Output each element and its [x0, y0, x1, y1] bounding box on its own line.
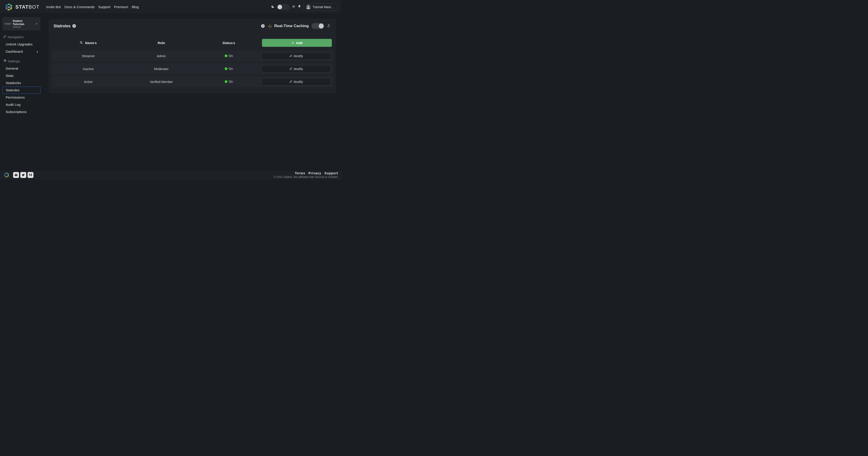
bell-icon[interactable] — [298, 5, 301, 9]
col-name[interactable]: Name⇅ — [52, 37, 125, 49]
chevron-down-icon: ▼ — [35, 23, 38, 25]
nav-docs-commands[interactable]: Docs & Commands — [64, 5, 95, 9]
sort-icon: ⇅ — [233, 42, 235, 44]
user-slash-icon[interactable] — [327, 24, 331, 29]
edit-icon — [289, 67, 292, 71]
email-icon[interactable] — [13, 172, 19, 178]
info-icon[interactable]: i — [261, 24, 265, 28]
svg-marker-2 — [7, 3, 10, 5]
user-menu[interactable]: Tutorial Master#… — [303, 3, 337, 11]
svg-marker-31 — [5, 173, 7, 174]
sidebar-item-unlock-upgrades[interactable]: Unlock Upgrades — [2, 41, 40, 48]
server-selector[interactable]: STATBOT Statbot Tutorials Settings ▼ — [2, 17, 40, 31]
cell-name: Active — [52, 76, 125, 87]
nav-support[interactable]: Support — [98, 5, 111, 9]
brand-logo[interactable]: SB STATBOT — [4, 3, 39, 11]
status-dot-icon — [225, 55, 227, 57]
cell-status: On — [198, 63, 259, 74]
link-icon — [3, 35, 6, 39]
edit-icon — [289, 54, 292, 58]
sidebar-item-general[interactable]: General — [2, 65, 40, 72]
sidebar: STATBOT Statbot Tutorials Settings ▼ Nav… — [0, 14, 43, 170]
search-icon — [80, 41, 84, 45]
moon-icon — [271, 5, 275, 9]
main-content: Statroles i i Real-Time Caching — [43, 14, 342, 170]
table-row: ActiveVerified MemberOnModify — [52, 76, 333, 87]
modify-button[interactable]: Modify — [261, 78, 331, 86]
footer-link-privacy[interactable]: Privacy — [309, 171, 321, 175]
modify-button[interactable]: Modify — [261, 53, 331, 60]
medium-icon[interactable]: M — [28, 172, 33, 178]
svg-marker-5 — [7, 8, 10, 10]
svg-point-19 — [307, 5, 309, 7]
status-dot-icon — [225, 67, 227, 70]
sidebar-section-settings: Settings — [3, 59, 39, 63]
add-button[interactable]: ＋ Add — [262, 39, 332, 47]
theme-toggle[interactable] — [277, 4, 289, 10]
cell-name: Inactive — [52, 63, 125, 74]
table-row: StreamerAdminOnModify — [52, 51, 333, 61]
svg-marker-34 — [5, 176, 7, 177]
svg-line-16 — [292, 7, 293, 7]
svg-line-28 — [82, 43, 82, 43]
statroles-table: Name⇅ Role Status⇅ ＋ Add — [52, 35, 333, 89]
col-actions: ＋ Add — [260, 37, 333, 49]
sidebar-item-statroles[interactable]: Statroles — [2, 87, 40, 94]
col-role: Role — [125, 37, 198, 49]
cell-name: Streamer — [52, 51, 125, 61]
crosshair-icon — [268, 24, 272, 28]
sun-icon — [292, 5, 296, 9]
server-subtitle: Settings — [13, 26, 34, 28]
rtc-toggle[interactable] — [311, 23, 324, 29]
edit-icon — [289, 80, 292, 84]
svg-line-15 — [294, 7, 294, 7]
footer-link-terms[interactable]: Terms — [295, 171, 305, 175]
sidebar-item-statdocks[interactable]: Statdocks — [2, 79, 40, 87]
top-nav: Invite Bot Docs & Commands Support Premi… — [46, 5, 138, 9]
plus-icon: ＋ — [291, 41, 294, 45]
svg-marker-30 — [5, 173, 8, 176]
rtc-label: Real-Time Caching — [274, 24, 309, 28]
panel-title: Statroles — [54, 24, 70, 29]
copyright: © 2021 Statbot. Not affiliated with Disc… — [274, 176, 338, 179]
svg-point-9 — [293, 6, 294, 7]
sort-icon: ⇅ — [95, 42, 97, 44]
sidebar-item-permissions[interactable]: Permissions — [2, 94, 40, 101]
col-status[interactable]: Status⇅ — [198, 37, 259, 49]
cell-role: Admin — [125, 51, 198, 61]
cell-status: On — [198, 76, 259, 87]
svg-line-17 — [294, 5, 294, 6]
cell-role: Moderator — [125, 63, 198, 74]
brand-name-strong: STAT — [16, 4, 29, 10]
twitter-icon[interactable] — [20, 172, 26, 178]
server-name: Statbot Tutorials — [13, 20, 34, 26]
info-icon[interactable]: i — [72, 24, 76, 28]
footer: M Terms Privacy Support © 2021 Statbot. … — [0, 170, 342, 180]
gear-icon — [3, 59, 6, 63]
user-name: Tutorial Master#… — [313, 5, 335, 9]
nav-invite-bot[interactable]: Invite Bot — [46, 5, 61, 9]
cell-status: On — [198, 51, 259, 61]
modify-button[interactable]: Modify — [261, 65, 331, 72]
svg-line-14 — [292, 5, 293, 6]
cell-role: Verified Member — [125, 76, 198, 87]
sidebar-section-navigation: Navigation — [3, 35, 39, 39]
svg-point-27 — [80, 41, 82, 43]
nav-premium[interactable]: Premium — [114, 5, 128, 9]
brand-name-light: BOT — [29, 4, 39, 10]
top-header: SB STATBOT Invite Bot Docs & Commands Su… — [0, 0, 342, 14]
sidebar-item-stats[interactable]: Stats — [2, 72, 40, 79]
status-dot-icon — [225, 80, 227, 83]
server-badge: STATBOT — [5, 22, 11, 26]
sidebar-item-dashboard[interactable]: Dashboard — [2, 48, 40, 55]
statroles-panel: Statroles i i Real-Time Caching — [49, 19, 336, 93]
footer-logo-icon[interactable] — [4, 172, 9, 178]
logo-icon: SB — [4, 3, 13, 11]
sidebar-item-audit-log[interactable]: Audit Log — [2, 101, 40, 108]
sidebar-item-subscriptions[interactable]: Subscriptions — [2, 108, 40, 116]
table-row: InactiveModeratorOnModify — [52, 63, 333, 74]
avatar — [306, 4, 311, 9]
nav-blog[interactable]: Blog — [132, 5, 139, 9]
svg-text:SB: SB — [7, 6, 10, 8]
footer-link-support[interactable]: Support — [324, 171, 338, 175]
